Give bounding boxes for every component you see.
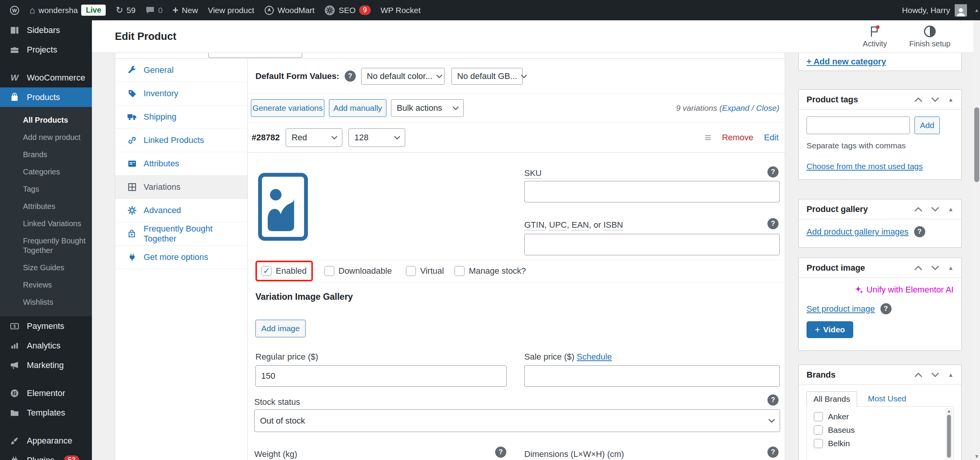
manage-stock-checkbox[interactable] bbox=[455, 266, 465, 276]
expand-link[interactable]: Expand bbox=[722, 104, 749, 112]
sidebar-item-sidebars[interactable]: Sidebars bbox=[0, 20, 92, 40]
sidebar-item-products[interactable]: Products bbox=[0, 87, 92, 107]
gtin-help-icon[interactable]: ? bbox=[767, 218, 779, 229]
scroll-up-icon[interactable]: ▲ bbox=[974, 7, 979, 13]
submenu-linked-variations[interactable]: Linked Variations bbox=[0, 215, 92, 232]
choose-most-used-tags-link[interactable]: Choose from the most used tags bbox=[807, 162, 923, 171]
variation-size-select[interactable]: 128 bbox=[348, 128, 405, 147]
scroll-up-icon[interactable]: ▲ bbox=[946, 409, 952, 413]
submenu-wishlists[interactable]: Wishlists bbox=[0, 294, 92, 311]
cutoff-select[interactable] bbox=[208, 53, 302, 58]
stock-status-help-icon[interactable]: ? bbox=[767, 394, 779, 406]
brand-checkbox-baseus[interactable] bbox=[814, 426, 823, 435]
brands-header[interactable]: Brands ▲ bbox=[799, 365, 961, 385]
tab-inventory[interactable]: Inventory bbox=[115, 82, 247, 105]
move-down-icon[interactable] bbox=[931, 97, 939, 102]
add-image-button[interactable]: Add image bbox=[255, 320, 306, 337]
enabled-checkbox[interactable]: ✓ bbox=[262, 266, 272, 276]
generate-variations-button[interactable]: Generate variations bbox=[251, 99, 324, 117]
submenu-add-new-product[interactable]: Add new product bbox=[0, 129, 92, 146]
move-up-icon[interactable] bbox=[914, 372, 923, 378]
edit-variation-link[interactable]: Edit bbox=[764, 133, 779, 143]
window-scrollbar[interactable]: ▲ ▼ bbox=[973, 0, 980, 460]
sidebar-item-analytics[interactable]: Analytics bbox=[0, 336, 92, 355]
brand-checkbox-belkin[interactable] bbox=[814, 439, 823, 448]
new-content-menu[interactable]: + New bbox=[168, 0, 203, 20]
wp-rocket-menu[interactable]: WP Rocket bbox=[376, 0, 426, 20]
help-icon[interactable]: ? bbox=[345, 71, 356, 82]
bulk-actions-select[interactable]: Bulk actions bbox=[391, 99, 464, 117]
account-menu[interactable]: Howdy, Harry bbox=[902, 0, 980, 20]
add-new-category-link[interactable]: + Add new category bbox=[807, 57, 886, 67]
tab-all-brands[interactable]: All Brands bbox=[807, 391, 857, 407]
submenu-attributes[interactable]: Attributes bbox=[0, 198, 92, 215]
site-name-menu[interactable]: ⌂ wondersha Live bbox=[25, 0, 111, 20]
submenu-brands[interactable]: Brands bbox=[0, 146, 92, 163]
regular-price-input[interactable] bbox=[255, 365, 507, 387]
tab-frequently-bought-together[interactable]: Frequently Bought Together bbox=[115, 222, 247, 246]
dimensions-help-icon[interactable]: ? bbox=[767, 447, 779, 458]
view-product-menu[interactable]: View product bbox=[203, 0, 259, 20]
toggle-panel-icon[interactable]: ▲ bbox=[948, 96, 954, 103]
sidebar-item-plugins[interactable]: Plugins 53 bbox=[0, 450, 92, 460]
submenu-frequently-bought-together[interactable]: Frequently Bought Together bbox=[0, 232, 92, 259]
schedule-link[interactable]: Schedule bbox=[577, 352, 612, 361]
brands-list-scrollbar[interactable]: ▲ bbox=[946, 408, 952, 460]
drag-handle-icon[interactable]: ≡ bbox=[705, 131, 712, 144]
scrollbar-thumb[interactable] bbox=[974, 107, 979, 182]
add-tag-button[interactable]: Add bbox=[915, 117, 940, 134]
set-product-image-link[interactable]: Set product image bbox=[807, 304, 875, 314]
tab-variations[interactable]: Variations bbox=[115, 176, 247, 199]
tab-linked-products[interactable]: Linked Products bbox=[115, 129, 247, 152]
wordpress-logo-menu[interactable]: W bbox=[5, 0, 25, 20]
move-down-icon[interactable] bbox=[931, 207, 939, 212]
tag-input[interactable] bbox=[807, 117, 910, 134]
sale-price-input[interactable] bbox=[524, 365, 780, 387]
add-manually-button[interactable]: Add manually bbox=[329, 99, 386, 117]
submenu-all-products[interactable]: All Products bbox=[0, 112, 92, 129]
toggle-panel-icon[interactable]: ▲ bbox=[948, 206, 954, 212]
default-color-select[interactable]: No default color... bbox=[361, 68, 445, 85]
variation-image-placeholder[interactable] bbox=[258, 173, 308, 241]
submenu-size-guides[interactable]: Size Guides bbox=[0, 259, 92, 276]
tab-attributes[interactable]: Attributes bbox=[115, 152, 247, 176]
woodmart-menu[interactable]: WoodMart bbox=[259, 0, 319, 20]
scrollbar-thumb[interactable] bbox=[947, 415, 951, 458]
add-video-button[interactable]: + Video bbox=[807, 321, 853, 338]
move-down-icon[interactable] bbox=[931, 372, 939, 378]
gtin-input[interactable] bbox=[524, 234, 780, 255]
sidebar-item-elementor[interactable]: Elementor bbox=[0, 383, 92, 403]
gallery-help-icon[interactable]: ? bbox=[914, 226, 925, 237]
toggle-panel-icon[interactable]: ▲ bbox=[948, 264, 954, 271]
tab-advanced[interactable]: Advanced bbox=[115, 199, 247, 222]
product-tags-header[interactable]: Product tags ▲ bbox=[799, 90, 961, 110]
seo-menu[interactable]: SEO 9 bbox=[319, 0, 375, 20]
move-up-icon[interactable] bbox=[914, 207, 923, 212]
variation-color-select[interactable]: Red bbox=[286, 128, 342, 147]
submenu-categories[interactable]: Categories bbox=[0, 163, 92, 181]
submenu-reviews[interactable]: Reviews bbox=[0, 276, 92, 294]
unify-elementor-ai-link[interactable]: Unify with Elementor AI bbox=[807, 285, 954, 295]
sku-help-icon[interactable]: ? bbox=[767, 166, 779, 177]
move-down-icon[interactable] bbox=[931, 265, 939, 271]
comments-menu[interactable]: 0 bbox=[141, 0, 168, 20]
remove-variation-link[interactable]: Remove bbox=[722, 133, 753, 143]
tab-general[interactable]: General bbox=[115, 59, 247, 82]
sidebar-item-payments[interactable]: $ Payments bbox=[0, 316, 92, 336]
submenu-tags[interactable]: Tags bbox=[0, 181, 92, 198]
tab-get-more-options[interactable]: Get more options bbox=[115, 246, 247, 269]
activity-button[interactable]: Activity bbox=[863, 25, 887, 48]
sku-input[interactable] bbox=[524, 181, 780, 202]
sidebar-item-projects[interactable]: Projects bbox=[0, 40, 92, 59]
stock-status-select[interactable]: Out of stock bbox=[254, 409, 780, 432]
virtual-checkbox[interactable] bbox=[406, 266, 416, 276]
move-up-icon[interactable] bbox=[914, 265, 923, 271]
finish-setup-button[interactable]: Finish setup bbox=[909, 25, 951, 48]
sidebar-item-marketing[interactable]: Marketing bbox=[0, 355, 92, 375]
weight-help-icon[interactable]: ? bbox=[495, 447, 506, 458]
sidebar-item-appearance[interactable]: Appearance bbox=[0, 431, 92, 450]
close-link[interactable]: Close bbox=[756, 104, 777, 112]
sidebar-item-woocommerce[interactable]: W WooCommerce bbox=[0, 68, 92, 87]
updates-menu[interactable]: ↻ 59 bbox=[111, 0, 141, 20]
product-image-header[interactable]: Product image ▲ bbox=[799, 258, 961, 278]
